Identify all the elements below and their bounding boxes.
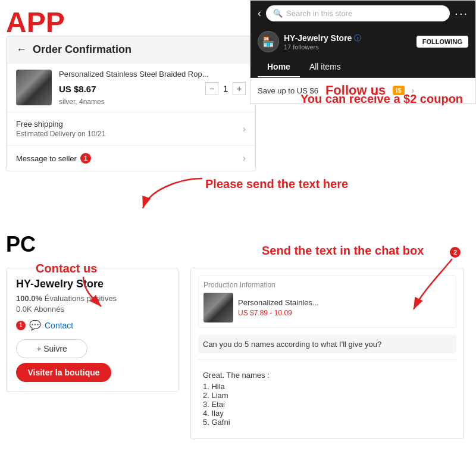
tab-all-items[interactable]: All items — [300, 57, 350, 77]
item-details: Personalized Stainless Steel Braided Rop… — [59, 70, 246, 106]
search-icon: 🔍 — [273, 9, 283, 18]
store-name-row: HY-Jewelry Store ⓘ — [284, 33, 416, 43]
pc-rating-row: 100.0% Évaluations positives — [16, 294, 168, 303]
chat-prod-row: Personalized Stainles... US $7.89 - 10.0… — [203, 293, 451, 322]
shipping-info: Free shipping Estimated Delivery on 10/2… — [16, 120, 105, 138]
pc-contact-link[interactable]: 1 💬 Contact — [16, 320, 168, 331]
decrease-qty-button[interactable]: − — [205, 82, 218, 95]
increase-qty-button[interactable]: + — [233, 82, 246, 95]
back-arrow-icon[interactable]: ← — [16, 43, 27, 56]
more-options-button[interactable]: ··· — [455, 7, 468, 20]
item-variant: silver, 4names — [59, 98, 246, 106]
chat-prod-image — [203, 293, 233, 322]
shipping-chevron-icon[interactable]: › — [243, 124, 246, 134]
pc-contact-label: Contact — [45, 321, 73, 330]
chat-name-1: 1. Hila — [203, 382, 452, 391]
shipping-subtitle: Estimated Delivery on 10/21 — [16, 130, 105, 138]
badge-1: 1 — [80, 153, 91, 164]
chat-prod-price: US $7.89 - 10.09 — [238, 309, 319, 317]
item-price-row: US $8.67 − 1 + — [59, 82, 246, 95]
search-placeholder-text: Search in this store — [286, 9, 352, 18]
pc-followers-value: 0.0K — [16, 305, 32, 314]
store-topbar: ‹ 🔍 Search in this store ··· — [250, 1, 475, 26]
visiter-boutique-button[interactable]: Visiter la boutique — [16, 363, 111, 382]
suivre-button[interactable]: + Suivre — [16, 339, 87, 358]
chat-name-3: 3. Etai — [203, 400, 452, 409]
chat-name-5: 5. Gafni — [203, 418, 452, 427]
arrow-send-text — [131, 173, 214, 214]
qty-value: 1 — [223, 84, 228, 93]
search-bar[interactable]: 🔍 Search in this store — [266, 5, 450, 21]
message-chevron-icon[interactable]: › — [243, 153, 246, 164]
tab-home[interactable]: Home — [258, 57, 300, 77]
store-details: HY-Jewelry Store ⓘ 17 followers — [284, 33, 416, 51]
pc-chat-panel: Production Information Personalized Stai… — [190, 268, 464, 439]
quantity-controls: − 1 + — [205, 82, 246, 95]
badge-2: 2 — [450, 247, 461, 258]
store-info-row: 🏪 HY-Jewelry Store ⓘ 17 followers FOLLOW… — [250, 26, 475, 57]
order-title: Order Confirmation — [33, 43, 131, 56]
pc-rating-value: 100.0% — [16, 294, 42, 303]
chat-prod-name: Personalized Stainles... — [238, 298, 319, 307]
store-followers: 17 followers — [284, 43, 416, 51]
message-to-seller-row: Message to seller 1 › — [7, 146, 255, 171]
chat-prod-details: Personalized Stainles... US $7.89 - 10.0… — [238, 298, 319, 317]
chat-name-4: 4. Ilay — [203, 409, 452, 418]
chat-question: Can you do 5 names according to what I'l… — [198, 335, 456, 353]
chat-reply: Great. The names : 1. Hila 2. Liam 3. Et… — [198, 365, 456, 431]
coupon-annotation: You can receive a $2 coupon — [300, 92, 463, 106]
pc-contact-badge: 1 — [16, 321, 26, 330]
contact-bubble-icon: 💬 — [29, 320, 41, 331]
pc-store-name: HY-Jewelry Store — [16, 278, 168, 290]
store-nav: Home All items — [250, 57, 475, 78]
send-chat-annotation: Send the text in the chat box — [262, 244, 424, 258]
chat-name-2: 2. Liam — [203, 391, 452, 400]
pc-followers-row: 0.0K Abonnés — [16, 305, 168, 314]
store-name: HY-Jewelry Store — [284, 33, 352, 43]
item-image — [16, 70, 52, 105]
chat-reply-intro: Great. The names : — [203, 369, 452, 382]
chat-divider — [198, 359, 456, 360]
store-back-button[interactable]: ‹ — [258, 7, 261, 20]
verified-icon: ⓘ — [354, 33, 361, 43]
shipping-title: Free shipping — [16, 120, 105, 129]
message-label: Message to seller — [16, 154, 77, 163]
pc-abonnes-text: Abonnés — [34, 305, 64, 314]
store-avatar: 🏪 — [258, 31, 279, 52]
order-item-row: Personalized Stainless Steel Braided Rop… — [7, 64, 255, 112]
shipping-row: Free shipping Estimated Delivery on 10/2… — [7, 112, 255, 146]
chat-prod-header: Production Information — [203, 281, 451, 289]
chat-reply-names: 1. Hila 2. Liam 3. Etai 4. Ilay 5. Gafni — [203, 382, 452, 427]
following-button[interactable]: FOLLOWING — [416, 36, 468, 48]
pc-store-card: HY-Jewelry Store 100.0% Évaluations posi… — [6, 268, 178, 392]
chat-product-info: Production Information Personalized Stai… — [198, 275, 456, 328]
order-confirmation-panel: ← Order Confirmation Personalized Stainl… — [6, 36, 256, 171]
send-text-here-annotation: Please send the text here — [205, 177, 348, 191]
app-label: APP — [6, 6, 65, 39]
item-price: US $8.67 — [59, 84, 96, 94]
store-panel: ‹ 🔍 Search in this store ··· 🏪 HY-Jewelr… — [250, 0, 476, 104]
pc-evaluations-text: Évaluations positives — [45, 294, 117, 303]
pc-label: PC — [6, 232, 36, 257]
contact-us-annotation: Contact us — [36, 262, 97, 275]
item-name: Personalized Stainless Steel Braided Rop… — [59, 70, 246, 79]
order-header: ← Order Confirmation — [7, 36, 255, 64]
